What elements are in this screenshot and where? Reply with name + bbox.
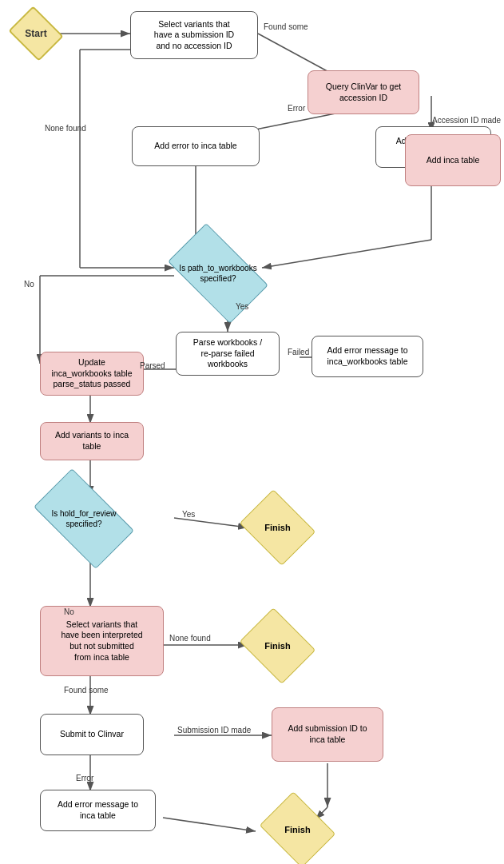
submit-clinvar-node: Submit to Clinvar (40, 714, 144, 755)
add-variants-inca-node: Add variants to inca table (40, 422, 144, 460)
update-inca-workbooks-node: Update inca_workbooks table parse_status… (40, 352, 144, 396)
add-error-inca2-node: Add error message to inca table (40, 790, 156, 831)
finish2-node: Finish (248, 622, 308, 670)
parse-workbooks-node: Parse workbooks / re-parse failed workbo… (176, 332, 280, 376)
is-hold-for-review-node: Is hold_for_review specified? (40, 492, 128, 546)
finish3-node: Finish (268, 806, 327, 854)
failed-label: Failed (288, 348, 309, 356)
error1-label: Error (288, 104, 305, 113)
svg-line-27 (163, 818, 256, 831)
no2-label: No (64, 607, 74, 616)
no-label: No (24, 280, 34, 289)
finish1-node: Finish (248, 504, 308, 551)
add-error-workbooks-node: Add error message to inca_workbooks tabl… (312, 336, 423, 377)
query-clinvar-node: Query ClinVar to get accession ID (308, 70, 419, 114)
flowchart-diagram: Start Select variants that have a submis… (0, 0, 504, 864)
none-found2-label: None found (169, 634, 211, 643)
svg-line-11 (262, 240, 431, 268)
svg-line-19 (174, 518, 248, 528)
yes2-label: Yes (182, 510, 195, 519)
add-submission-id-node: Add submission ID to inca table (272, 707, 383, 762)
submission-id-made-label: Submission ID made (177, 726, 251, 735)
is-path-workbooks-node: Is path_to_workbooks specified? (174, 246, 262, 301)
add-error-inca-node: Add error to inca table (132, 126, 260, 166)
accession-id-made-label: Accession ID made (432, 116, 501, 125)
yes-label: Yes (236, 302, 248, 311)
add-inca-table-node: Add inca table (405, 134, 501, 186)
error2-label: Error (76, 774, 93, 782)
select-variants-submission-node: Select variants that have a submission I… (130, 11, 258, 59)
parsed-label: Parsed (140, 361, 165, 370)
start-node: Start (8, 12, 64, 56)
found-some-label: Found some (264, 22, 308, 31)
select-interpreted-node: Select variants that have been interpret… (40, 606, 164, 676)
none-found-label: None found (45, 124, 86, 133)
found-some2-label: Found some (64, 686, 109, 695)
